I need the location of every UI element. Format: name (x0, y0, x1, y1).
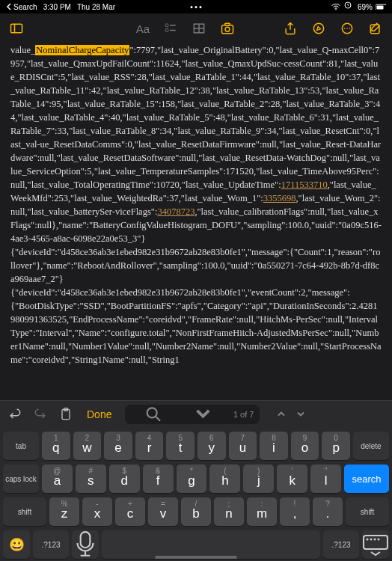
find-count: 1 of 7 (233, 410, 254, 419)
key-dictation[interactable] (72, 530, 99, 559)
key-v[interactable]: =v (148, 497, 178, 526)
key-search[interactable]: search (344, 465, 389, 493)
key-capslock[interactable]: caps lock (3, 465, 39, 493)
sidebar-toggle-icon[interactable] (9, 21, 24, 36)
key-e[interactable]: 3e (104, 432, 132, 460)
battery-percent: 69% (358, 3, 373, 11)
svg-point-20 (349, 28, 351, 29)
svg-point-24 (147, 408, 157, 417)
multitask-dots[interactable] (191, 6, 202, 8)
compose-icon[interactable] (368, 21, 383, 36)
done-button[interactable]: Done (87, 408, 111, 420)
key-d[interactable]: $d (109, 465, 140, 493)
detected-link[interactable]: 1711533710 (281, 180, 328, 190)
key-c[interactable]: +c (115, 497, 145, 526)
text: value_ (10, 45, 35, 55)
text-format-button[interactable]: Aa (136, 22, 150, 35)
svg-rect-27 (364, 536, 388, 549)
text: {"BootDiskType":"SSD","BootPartitionFS":… (10, 301, 382, 365)
find-next-button[interactable] (295, 408, 306, 420)
find-field[interactable]: 1 of 7 (125, 405, 260, 424)
key-numbers-left[interactable]: .?123 (33, 530, 69, 559)
key-b[interactable]: /b (181, 497, 211, 526)
back-label: Search (13, 3, 37, 11)
svg-point-16 (313, 23, 323, 33)
svg-point-18 (344, 28, 346, 29)
more-icon[interactable] (340, 21, 355, 36)
key-numbers-right[interactable]: .?123 (323, 530, 359, 559)
key-z[interactable]: %z (49, 497, 79, 526)
undo-icon[interactable] (7, 407, 22, 422)
svg-rect-26 (81, 532, 91, 548)
key-m[interactable]: :m (247, 497, 277, 526)
key-u[interactable]: 7u (229, 432, 257, 460)
svg-rect-15 (225, 23, 230, 25)
rotation-lock-icon (344, 1, 355, 12)
status-date: Thu 28 Mar (77, 3, 115, 11)
paste-icon[interactable] (58, 407, 73, 422)
detected-link[interactable]: 3355698 (263, 193, 296, 203)
key-shift-left[interactable]: shift (3, 497, 46, 526)
svg-rect-2 (377, 6, 384, 10)
back-to-search[interactable]: Search (6, 3, 37, 11)
svg-point-6 (165, 24, 168, 27)
home-indicator[interactable] (155, 556, 237, 559)
table-icon[interactable] (192, 21, 206, 36)
text: {"deviceId":"d458ce36ab3e1ebed982e31b967… (10, 247, 380, 284)
key-g[interactable]: *g (177, 465, 207, 493)
key-space[interactable] (102, 530, 320, 559)
camera-icon[interactable] (220, 21, 235, 36)
key-.[interactable]: ?. (313, 497, 343, 526)
key-t[interactable]: 5t (166, 432, 195, 460)
key-a[interactable]: @a (42, 465, 73, 493)
battery-icon (376, 4, 386, 10)
key-shift-right[interactable]: shift (346, 497, 389, 526)
status-time: 3:30 PM (43, 3, 71, 11)
key-hide-keyboard[interactable] (362, 530, 389, 559)
wifi-icon (331, 3, 341, 10)
key-j[interactable]: )j (243, 465, 274, 493)
text: ":7797,"last_value_OriginalBattery":0,"l… (10, 45, 381, 190)
svg-point-19 (346, 28, 348, 29)
key-,[interactable]: !, (280, 497, 310, 526)
search-highlight: NominalChargeCapacity (35, 45, 129, 55)
key-k[interactable]: 'k (277, 465, 307, 493)
key-s[interactable]: #s (76, 465, 106, 493)
key-n[interactable]: ;n (214, 497, 244, 526)
key-r[interactable]: 4r (135, 432, 164, 460)
key-x[interactable]: -x (82, 497, 112, 526)
checklist-icon[interactable] (163, 21, 178, 36)
redo-icon[interactable] (33, 407, 48, 422)
search-icon (131, 405, 177, 424)
key-delete[interactable]: delete (353, 432, 389, 460)
key-y[interactable]: 6y (197, 432, 226, 460)
svg-rect-4 (11, 24, 22, 33)
note-body[interactable]: value_NominalChargeCapacity":7797,"last_… (0, 43, 392, 400)
key-q[interactable]: 1q (42, 432, 70, 460)
key-h[interactable]: (h (209, 465, 240, 493)
share-icon[interactable] (283, 21, 298, 36)
key-i[interactable]: 8i (260, 432, 288, 460)
detected-link[interactable]: 34078723 (157, 206, 195, 217)
keyboard: tab 1q2w3e4r5t6y7u8i9o0p delete caps loc… (0, 427, 392, 561)
svg-point-14 (225, 27, 230, 31)
key-o[interactable]: 9o (291, 432, 319, 460)
key-emoji[interactable]: 😀 (3, 530, 30, 559)
key-f[interactable]: &f (143, 465, 174, 493)
key-w[interactable]: 2w (73, 432, 102, 460)
markup-icon[interactable] (311, 21, 326, 36)
key-tab[interactable]: tab (3, 432, 39, 460)
key-p[interactable]: 0p (322, 432, 350, 460)
svg-rect-13 (222, 25, 233, 34)
chevron-down-icon[interactable] (180, 405, 226, 424)
svg-line-25 (156, 417, 160, 420)
svg-point-8 (165, 28, 168, 31)
find-prev-button[interactable] (276, 408, 287, 420)
key-l[interactable]: "l (310, 465, 341, 493)
text: {"deviceId":"d458ce36ab3e1ebed982e31b967… (10, 287, 350, 298)
